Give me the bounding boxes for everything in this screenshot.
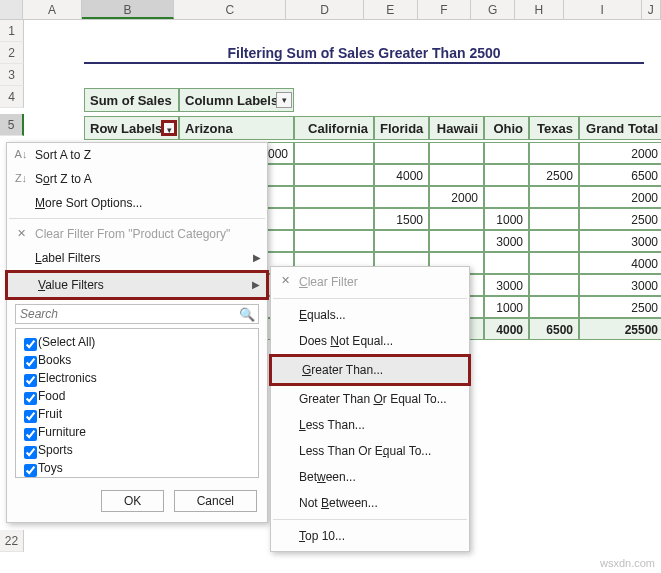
search-box[interactable]: 🔍 bbox=[15, 304, 259, 324]
row-22[interactable]: 22 bbox=[0, 530, 24, 552]
pivot-cell[interactable] bbox=[529, 296, 579, 318]
state-ohio: Ohio bbox=[484, 116, 529, 140]
sub-greater-than[interactable]: Greater Than... bbox=[269, 354, 471, 386]
col-J[interactable]: J bbox=[642, 0, 661, 19]
pivot-cell[interactable] bbox=[529, 230, 579, 252]
check-item[interactable]: Electronics bbox=[20, 369, 254, 387]
col-B[interactable]: B bbox=[82, 0, 174, 19]
sub-not-equal[interactable]: Does Not Equal... bbox=[271, 328, 469, 354]
pivot-cell[interactable]: 3000 bbox=[579, 274, 661, 296]
sub-less[interactable]: Less Than... bbox=[271, 412, 469, 438]
pivot-cell[interactable] bbox=[294, 230, 374, 252]
check-item[interactable]: Books bbox=[20, 351, 254, 369]
grand-total-cell[interactable]: 25500 bbox=[579, 318, 661, 340]
pivot-cell[interactable]: 3000 bbox=[484, 274, 529, 296]
column-labels-dropdown[interactable]: ▾ bbox=[276, 92, 292, 108]
pivot-cell[interactable]: 3000 bbox=[579, 230, 661, 252]
checkbox[interactable] bbox=[24, 392, 37, 405]
chevron-right-icon: ▶ bbox=[252, 277, 260, 293]
search-input[interactable] bbox=[16, 305, 236, 323]
pivot-cell[interactable]: 2500 bbox=[529, 164, 579, 186]
pivot-cell[interactable] bbox=[529, 274, 579, 296]
pivot-cell[interactable] bbox=[429, 230, 484, 252]
pivot-cell[interactable] bbox=[429, 142, 484, 164]
checkbox[interactable] bbox=[24, 446, 37, 459]
check-item[interactable]: Furniture bbox=[20, 423, 254, 441]
checkbox[interactable] bbox=[24, 410, 37, 423]
more-sort[interactable]: More Sort Options... bbox=[7, 191, 267, 215]
check-item[interactable]: (Select All) bbox=[20, 333, 254, 351]
pivot-cell[interactable]: 2000 bbox=[429, 186, 484, 208]
pivot-cell[interactable]: 2000 bbox=[579, 186, 661, 208]
row-3[interactable]: 3 bbox=[0, 64, 24, 86]
row-1[interactable]: 1 bbox=[0, 20, 24, 42]
col-G[interactable]: G bbox=[471, 0, 515, 19]
checkbox[interactable] bbox=[24, 428, 37, 441]
row-4[interactable]: 4 bbox=[0, 86, 24, 108]
col-A[interactable]: A bbox=[23, 0, 81, 19]
sub-greater-eq[interactable]: Greater Than Or Equal To... bbox=[271, 386, 469, 412]
row-labels-dropdown[interactable]: ▾ bbox=[161, 120, 177, 136]
sort-za[interactable]: Z↓ Sort Z to A bbox=[7, 167, 267, 191]
pivot-cell[interactable] bbox=[294, 208, 374, 230]
filter-checklist[interactable]: (Select All)BooksElectronicsFoodFruitFur… bbox=[15, 328, 259, 478]
pivot-cell[interactable]: 4000 bbox=[579, 252, 661, 274]
pivot-cell[interactable]: 2500 bbox=[579, 296, 661, 318]
sub-equals[interactable]: Equals... bbox=[271, 302, 469, 328]
sort-az[interactable]: A↓ Sort A to Z bbox=[7, 143, 267, 167]
value-filters[interactable]: Value Filters ▶ bbox=[5, 270, 269, 300]
cancel-button[interactable]: Cancel bbox=[174, 490, 257, 512]
sub-between[interactable]: Between... bbox=[271, 464, 469, 490]
pivot-cell[interactable] bbox=[529, 186, 579, 208]
grand-total-cell[interactable]: 6500 bbox=[529, 318, 579, 340]
col-E[interactable]: E bbox=[364, 0, 418, 19]
pivot-cell[interactable] bbox=[484, 164, 529, 186]
pivot-cell[interactable] bbox=[294, 186, 374, 208]
select-all-corner[interactable] bbox=[0, 0, 23, 19]
check-item[interactable]: Sports bbox=[20, 441, 254, 459]
checkbox[interactable] bbox=[24, 374, 37, 387]
col-F[interactable]: F bbox=[418, 0, 472, 19]
pivot-cell[interactable] bbox=[484, 142, 529, 164]
col-H[interactable]: H bbox=[515, 0, 564, 19]
sub-less-eq[interactable]: Less Than Or Equal To... bbox=[271, 438, 469, 464]
pivot-cell[interactable] bbox=[529, 208, 579, 230]
ok-button[interactable]: OK bbox=[101, 490, 164, 512]
pivot-cell[interactable]: 1000 bbox=[484, 208, 529, 230]
col-I[interactable]: I bbox=[564, 0, 642, 19]
row-2[interactable]: 2 bbox=[0, 42, 24, 64]
grand-total-cell[interactable]: 4000 bbox=[484, 318, 529, 340]
pivot-cell[interactable]: 1000 bbox=[484, 296, 529, 318]
col-D[interactable]: D bbox=[286, 0, 364, 19]
check-item[interactable]: Toys bbox=[20, 459, 254, 477]
pivot-cell[interactable] bbox=[374, 230, 429, 252]
pivot-cell[interactable]: 2500 bbox=[579, 208, 661, 230]
pivot-cell[interactable]: 3000 bbox=[484, 230, 529, 252]
pivot-cell[interactable] bbox=[294, 164, 374, 186]
label-filters[interactable]: Label Filters ▶ bbox=[7, 246, 267, 270]
pivot-cell[interactable]: 4000 bbox=[374, 164, 429, 186]
sub-not-between[interactable]: Not Between... bbox=[271, 490, 469, 516]
check-item[interactable]: Food bbox=[20, 387, 254, 405]
check-item[interactable]: Vegetable bbox=[20, 477, 254, 478]
pivot-cell[interactable] bbox=[374, 142, 429, 164]
row-5[interactable]: 5 bbox=[0, 114, 24, 136]
pivot-cell[interactable]: 6500 bbox=[579, 164, 661, 186]
pivot-cell[interactable] bbox=[529, 252, 579, 274]
pivot-cell[interactable] bbox=[429, 208, 484, 230]
col-C[interactable]: C bbox=[174, 0, 286, 19]
pivot-cell[interactable] bbox=[484, 252, 529, 274]
pivot-cell[interactable] bbox=[484, 186, 529, 208]
pivot-cell[interactable] bbox=[429, 164, 484, 186]
pivot-cell[interactable]: 1500 bbox=[374, 208, 429, 230]
sub-top10[interactable]: Top 10... bbox=[271, 523, 469, 549]
checkbox[interactable] bbox=[24, 338, 37, 351]
pivot-cell[interactable] bbox=[374, 186, 429, 208]
check-item[interactable]: Fruit bbox=[20, 405, 254, 423]
pivot-cell[interactable] bbox=[294, 142, 374, 164]
checkbox[interactable] bbox=[24, 464, 37, 477]
checkbox[interactable] bbox=[24, 356, 37, 369]
pivot-cell[interactable]: 2000 bbox=[579, 142, 661, 164]
pivot-cell[interactable] bbox=[529, 142, 579, 164]
search-icon: 🔍 bbox=[239, 307, 255, 322]
